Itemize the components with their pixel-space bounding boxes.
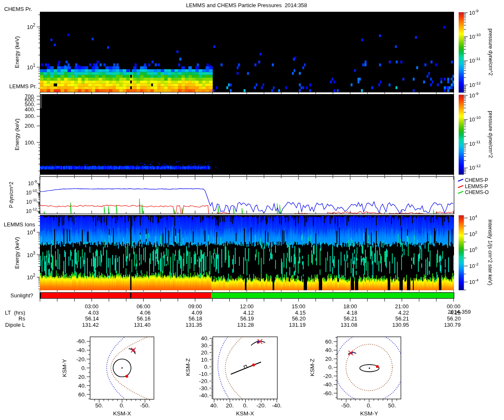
svg-text:-30.: -30. bbox=[199, 385, 209, 391]
svg-text:10.: 10. bbox=[201, 357, 209, 363]
svg-text:130.79: 130.79 bbox=[444, 322, 461, 328]
svg-text:50.: 50. bbox=[388, 402, 396, 409]
svg-text:-40.: -40. bbox=[199, 392, 209, 399]
svg-text:-40.: -40. bbox=[323, 381, 333, 388]
svg-text:4.15: 4.15 bbox=[295, 310, 305, 316]
svg-text:CHEMS Pr.: CHEMS Pr. bbox=[4, 6, 32, 12]
svg-text:56.18: 56.18 bbox=[189, 315, 202, 322]
svg-text:104: 104 bbox=[27, 228, 35, 236]
svg-text:intensity 1/(s cm^2 ster keV): intensity 1/(s cm^2 ster keV) bbox=[487, 220, 493, 286]
svg-text:0.: 0. bbox=[204, 364, 209, 370]
svg-text:15:00: 15:00 bbox=[291, 303, 305, 310]
svg-text:130.95: 130.95 bbox=[392, 322, 409, 328]
svg-text:03:00: 03:00 bbox=[85, 303, 99, 310]
svg-text:KSM-Y: KSM-Y bbox=[360, 410, 378, 417]
svg-text:56.20: 56.20 bbox=[292, 315, 306, 322]
svg-text:10-9: 10-9 bbox=[469, 91, 478, 99]
svg-text:30.: 30. bbox=[201, 342, 209, 349]
svg-text:60.: 60. bbox=[325, 339, 333, 345]
svg-text:P dyn/cm^2: P dyn/cm^2 bbox=[8, 182, 14, 208]
svg-text:56.16: 56.16 bbox=[137, 315, 151, 322]
svg-text:400.: 400. bbox=[25, 106, 35, 113]
svg-text:Sunlight?: Sunlight? bbox=[10, 292, 33, 299]
svg-text:56.20: 56.20 bbox=[447, 315, 461, 322]
svg-text:4.18: 4.18 bbox=[346, 310, 357, 316]
svg-text:300.: 300. bbox=[25, 113, 35, 119]
svg-text:56.19: 56.19 bbox=[240, 315, 254, 322]
svg-text:104: 104 bbox=[469, 214, 477, 221]
svg-text:10-11: 10-11 bbox=[469, 139, 480, 147]
svg-text:LEMMS Pr.: LEMMS Pr. bbox=[9, 83, 37, 89]
svg-text:102: 102 bbox=[469, 230, 477, 237]
svg-text:-20.: -20. bbox=[323, 373, 333, 379]
svg-text:100.: 100. bbox=[25, 139, 35, 146]
svg-text:pressure dyne/cm^2: pressure dyne/cm^2 bbox=[488, 29, 494, 76]
svg-text:10-10: 10-10 bbox=[26, 189, 37, 196]
svg-text:10-10: 10-10 bbox=[469, 115, 481, 123]
svg-text:102: 102 bbox=[27, 273, 35, 281]
svg-text:KSM-Z: KSM-Z bbox=[309, 359, 315, 376]
svg-text:40.: 40. bbox=[78, 383, 86, 389]
svg-text:4.06: 4.06 bbox=[140, 310, 150, 316]
svg-text:10-2: 10-2 bbox=[469, 262, 478, 269]
svg-text:12:00: 12:00 bbox=[240, 303, 254, 310]
svg-text:LEMMS-P: LEMMS-P bbox=[465, 184, 488, 189]
svg-text:KSM-X: KSM-X bbox=[113, 410, 131, 417]
svg-text:2014-359: 2014-359 bbox=[448, 309, 471, 315]
svg-text:56.14: 56.14 bbox=[85, 315, 99, 322]
svg-text:KSM-Y: KSM-Y bbox=[61, 359, 68, 377]
svg-text:-50.: -50. bbox=[140, 402, 150, 409]
svg-text:-40.: -40. bbox=[76, 347, 86, 353]
svg-text:-40.: -40. bbox=[272, 402, 281, 409]
svg-text:LEMMS Ions: LEMMS Ions bbox=[4, 221, 35, 228]
svg-text:-20.: -20. bbox=[76, 356, 86, 362]
svg-text:4.03: 4.03 bbox=[88, 310, 99, 316]
svg-text:06:00: 06:00 bbox=[136, 303, 150, 310]
svg-text:40.: 40. bbox=[325, 347, 333, 353]
svg-text:20.: 20. bbox=[226, 402, 234, 409]
svg-text:Rs: Rs bbox=[18, 315, 25, 322]
svg-text:131.35: 131.35 bbox=[186, 322, 202, 328]
svg-text:103: 103 bbox=[27, 251, 35, 258]
svg-text:Dipole L: Dipole L bbox=[5, 322, 25, 328]
svg-text:0.: 0. bbox=[328, 364, 333, 370]
svg-text:200.: 200. bbox=[25, 123, 35, 129]
svg-text:10-12: 10-12 bbox=[469, 163, 481, 171]
svg-text:40.: 40. bbox=[210, 402, 218, 409]
svg-text:102: 102 bbox=[27, 23, 35, 30]
svg-text:0.: 0. bbox=[81, 365, 86, 371]
svg-text:10-9: 10-9 bbox=[28, 179, 37, 186]
svg-text:131.42: 131.42 bbox=[82, 322, 99, 328]
svg-text:4.22: 4.22 bbox=[398, 310, 409, 316]
svg-text:10-12: 10-12 bbox=[469, 81, 481, 88]
svg-text:09:00: 09:00 bbox=[188, 303, 202, 310]
svg-text:pressure dyne/cm^2: pressure dyne/cm^2 bbox=[488, 111, 494, 158]
svg-text:-10.: -10. bbox=[199, 371, 209, 377]
svg-text:20.: 20. bbox=[78, 374, 86, 380]
svg-text:60.: 60. bbox=[78, 391, 86, 398]
svg-text:21:00: 21:00 bbox=[395, 303, 409, 310]
svg-text:101: 101 bbox=[27, 63, 35, 71]
svg-text:131.19: 131.19 bbox=[289, 322, 306, 328]
svg-text:KSM-Z: KSM-Z bbox=[185, 358, 191, 376]
svg-text:10-11: 10-11 bbox=[26, 198, 37, 205]
svg-text:40.: 40. bbox=[201, 335, 209, 341]
svg-text:0.: 0. bbox=[243, 402, 248, 409]
svg-text:10-11: 10-11 bbox=[469, 56, 480, 64]
svg-text:20.: 20. bbox=[325, 356, 333, 362]
svg-text:18:00: 18:00 bbox=[344, 303, 357, 310]
svg-text:10-10: 10-10 bbox=[469, 32, 481, 40]
svg-text:10-9: 10-9 bbox=[469, 8, 478, 16]
svg-text:10-12: 10-12 bbox=[26, 207, 37, 214]
svg-text:KSM-X: KSM-X bbox=[236, 410, 254, 417]
svg-text:Energy (keV): Energy (keV) bbox=[14, 237, 20, 269]
svg-text:4.09: 4.09 bbox=[192, 310, 202, 316]
svg-text:-20.: -20. bbox=[199, 378, 209, 384]
svg-text:-60.: -60. bbox=[323, 390, 333, 396]
svg-text:131.08: 131.08 bbox=[341, 322, 357, 328]
svg-text:131.28: 131.28 bbox=[237, 322, 254, 328]
svg-text:50.: 50. bbox=[95, 402, 103, 409]
svg-text:Energy (keV): Energy (keV) bbox=[14, 36, 20, 68]
svg-text:100: 100 bbox=[469, 246, 477, 253]
svg-text:0.: 0. bbox=[120, 402, 124, 409]
